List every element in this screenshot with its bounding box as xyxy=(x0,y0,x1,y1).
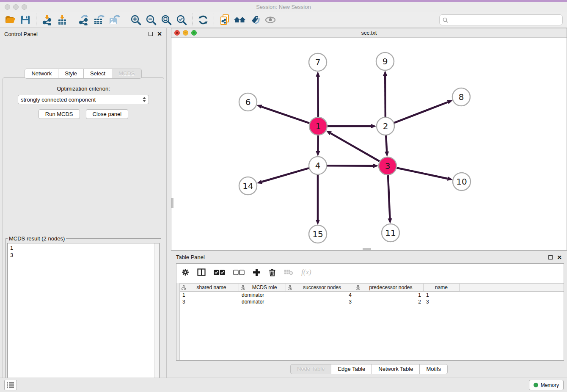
cell-predecessor-nodes[interactable]: 1 xyxy=(354,292,424,298)
search-input[interactable] xyxy=(450,17,559,23)
close-network-button[interactable]: ✕ xyxy=(174,30,180,36)
horizontal-scroll-nub[interactable] xyxy=(363,248,371,250)
cell-shared-name[interactable]: 3 xyxy=(180,299,239,305)
open-session-button[interactable] xyxy=(3,13,18,27)
table-row[interactable]: 3 dominator 3 2 3 xyxy=(180,298,564,305)
column-header-successor-nodes[interactable]: successor nodes xyxy=(286,284,354,291)
graph-edge-1-7[interactable] xyxy=(318,77,318,117)
tab-select[interactable]: Select xyxy=(84,69,112,79)
graph-edge-3-10[interactable] xyxy=(397,168,448,179)
graph-node-label-6: 6 xyxy=(245,97,251,107)
tab-node-table[interactable]: Node Table xyxy=(290,364,332,374)
cell-mcds-role[interactable]: dominator xyxy=(239,299,286,305)
fx-icon: f(x) xyxy=(301,268,311,276)
table-settings-button[interactable] xyxy=(182,268,189,276)
cell-successor-nodes[interactable]: 4 xyxy=(286,292,354,298)
cell-predecessor-nodes[interactable]: 2 xyxy=(354,299,424,305)
create-column-button[interactable] xyxy=(253,268,261,276)
cell-shared-name[interactable]: 1 xyxy=(180,292,239,298)
task-list-icon xyxy=(7,382,14,388)
dropdown-stepper-icon xyxy=(143,97,146,102)
cell-successor-nodes[interactable]: 3 xyxy=(286,299,354,305)
memory-label: Memory xyxy=(541,382,559,388)
column-header-shared-name[interactable]: shared name xyxy=(180,284,239,291)
import-network-button[interactable] xyxy=(39,13,55,27)
home-view-button[interactable] xyxy=(232,13,248,27)
graph-edge-2-3[interactable] xyxy=(386,135,387,152)
column-header-name[interactable]: name xyxy=(424,284,460,291)
close-panel-button[interactable]: Close panel xyxy=(86,109,129,119)
vertical-scroll-nub[interactable] xyxy=(171,198,173,208)
close-panel-icon[interactable]: ✕ xyxy=(157,32,162,36)
float-panel-icon[interactable] xyxy=(548,255,553,259)
network-canvas[interactable]: 7968124314101511 xyxy=(171,38,567,250)
search-box[interactable] xyxy=(439,14,563,25)
graph-edge-4-3[interactable] xyxy=(327,166,373,166)
table-row-gutter xyxy=(176,283,180,360)
node-table: shared name MCDS role successor nodes xyxy=(176,283,564,360)
tab-network[interactable]: Network xyxy=(25,69,58,79)
function-builder-button[interactable]: f(x) xyxy=(301,268,311,276)
label-toggle-button[interactable] xyxy=(248,13,263,27)
zoom-in-button[interactable] xyxy=(128,13,143,27)
export-network-icon xyxy=(78,14,90,25)
tab-motifs[interactable]: Motifs xyxy=(420,364,448,374)
column-chooser-button[interactable] xyxy=(197,268,206,276)
tab-style[interactable]: Style xyxy=(58,69,84,79)
column-header-predecessor-nodes[interactable]: predecessor nodes xyxy=(354,284,424,291)
mcds-buttons-row: Run MCDS Close panel xyxy=(3,109,164,119)
zoom-selected-button[interactable] xyxy=(174,13,189,27)
graph-edge-2-9[interactable] xyxy=(385,76,385,117)
cell-mcds-role[interactable]: dominator xyxy=(239,292,286,298)
result-scrollbar[interactable] xyxy=(154,243,159,392)
toolbar-separator xyxy=(214,14,214,26)
tab-mcds[interactable]: MCDS xyxy=(112,69,141,79)
delete-table-button[interactable] xyxy=(284,269,293,276)
tab-edge-table[interactable]: Edge Table xyxy=(331,364,372,374)
table-toolbar: f(x) xyxy=(176,264,564,281)
deselect-all-columns-button[interactable] xyxy=(233,270,245,275)
memory-button[interactable]: Memory xyxy=(529,380,564,390)
delete-column-button[interactable] xyxy=(269,268,276,276)
zoom-selected-icon xyxy=(176,14,187,26)
eye-button[interactable] xyxy=(263,13,278,27)
column-header-mcds-role[interactable]: MCDS role xyxy=(239,284,286,291)
mcds-result-fieldset: MCDS result (2 nodes) 1 3 xyxy=(6,235,161,392)
criterion-dropdown-value: strongly connected component xyxy=(21,97,143,103)
task-history-button[interactable] xyxy=(4,380,17,390)
duplicate-network-button[interactable] xyxy=(217,13,232,27)
zoom-fit-button[interactable] xyxy=(159,13,174,27)
run-mcds-button[interactable]: Run MCDS xyxy=(39,109,80,119)
optimization-criterion-label: Optimization criterion: xyxy=(3,86,164,92)
graph-edge-1-6[interactable] xyxy=(261,107,309,123)
graph-edge-4-14[interactable] xyxy=(262,168,309,182)
float-panel-icon[interactable] xyxy=(149,32,153,36)
save-session-button[interactable] xyxy=(18,13,33,27)
mcds-result-text: 1 3 xyxy=(8,243,154,392)
network-window-title: scc.txt xyxy=(171,30,567,36)
graph-edge-2-8[interactable] xyxy=(394,102,448,123)
graph-edge-3-1[interactable] xyxy=(330,133,379,161)
export-image-button[interactable] xyxy=(107,13,122,27)
export-network-button[interactable] xyxy=(76,13,91,27)
mcds-result-box[interactable]: 1 3 xyxy=(7,243,160,392)
graph-node-label-2: 2 xyxy=(383,121,388,131)
close-panel-icon[interactable]: ✕ xyxy=(557,255,562,259)
export-table-button[interactable] xyxy=(91,13,107,27)
table-row[interactable]: 1 dominator 4 1 1 xyxy=(180,292,564,298)
cell-name[interactable]: 3 xyxy=(424,299,460,305)
zoom-network-button[interactable]: + xyxy=(191,30,197,36)
select-all-columns-button[interactable] xyxy=(214,270,225,275)
save-session-icon xyxy=(20,14,31,25)
tab-network-table[interactable]: Network Table xyxy=(372,364,420,374)
import-table-button[interactable] xyxy=(55,13,70,27)
trash-icon xyxy=(269,268,276,276)
export-image-icon xyxy=(108,14,120,25)
refresh-button[interactable] xyxy=(195,13,211,27)
cell-name[interactable]: 1 xyxy=(424,292,460,298)
minimize-network-button[interactable]: − xyxy=(183,30,188,36)
control-panel-header: Control Panel ✕ xyxy=(0,28,166,40)
zoom-out-button[interactable] xyxy=(143,13,159,27)
criterion-dropdown[interactable]: strongly connected component xyxy=(18,95,149,104)
graph-edge-3-11[interactable] xyxy=(388,175,390,218)
